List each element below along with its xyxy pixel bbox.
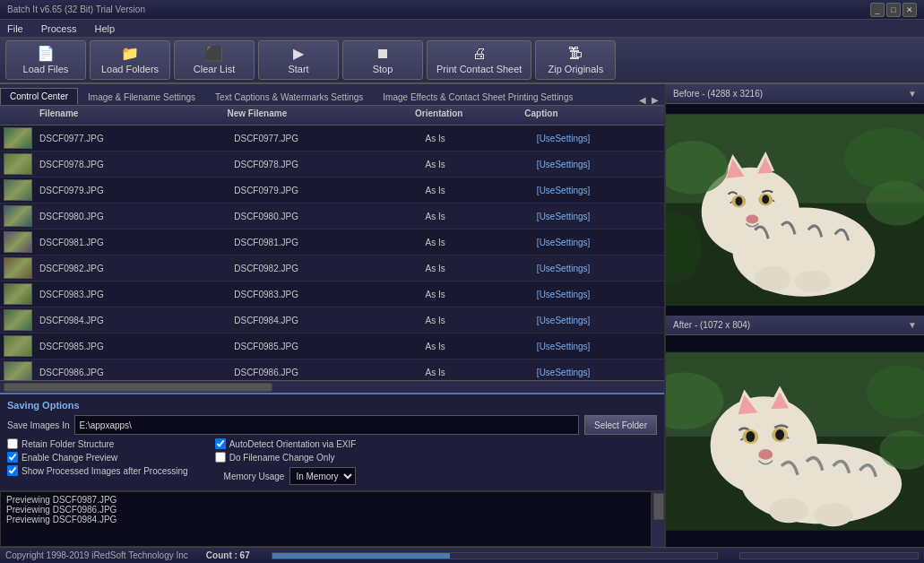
tab-control-center[interactable]: Control Center bbox=[0, 88, 78, 105]
cell-thumb bbox=[0, 282, 36, 307]
cell-caption: [UseSettings] bbox=[537, 316, 664, 325]
cell-orientation: As Is bbox=[425, 264, 536, 273]
autodetect-label: AutoDetect Orientation via EXIF bbox=[229, 439, 357, 449]
thumbnail bbox=[4, 205, 32, 227]
close-button[interactable]: ✕ bbox=[902, 3, 917, 17]
memory-usage-row: Memory Usage In Memory On Disk Auto bbox=[215, 467, 357, 485]
cell-thumb bbox=[0, 178, 36, 203]
cell-caption: [UseSettings] bbox=[537, 186, 664, 195]
file-list-header: Filename New Filename Orientation Captio… bbox=[0, 106, 664, 126]
zip-icon: 🗜 bbox=[568, 47, 583, 61]
cell-orientation: As Is bbox=[425, 160, 536, 169]
thumbnail bbox=[4, 153, 32, 175]
cell-orientation: As Is bbox=[425, 342, 536, 351]
file-row[interactable]: DSCF0983.JPG DSCF0983.JPG As Is [UseSett… bbox=[0, 282, 664, 307]
log-scroll-thumb[interactable] bbox=[653, 493, 664, 520]
print-contact-button[interactable]: 🖨 Print Contact Sheet bbox=[427, 40, 531, 80]
cell-newname: DSCF0986.JPG bbox=[234, 368, 425, 377]
retain-folder-checkbox[interactable]: Retain Folder Structure bbox=[7, 438, 188, 449]
copyright-text: Copyright 1998-2019 iRedSoft Technology … bbox=[5, 550, 188, 560]
load-files-button[interactable]: 📄 Load Files bbox=[5, 40, 86, 80]
stop-icon: ⏹ bbox=[376, 47, 390, 61]
cell-filename: DSCF0983.JPG bbox=[36, 290, 234, 299]
after-preview-arrow[interactable]: ▼ bbox=[908, 320, 917, 330]
after-preview-title: After - (1072 x 804) bbox=[673, 320, 750, 330]
show-processed-checkbox[interactable]: Show Processed Images after Processing bbox=[7, 465, 188, 476]
cell-filename: DSCF0980.JPG bbox=[36, 212, 234, 221]
file-row[interactable]: DSCF0977.JPG DSCF0977.JPG As Is [UseSett… bbox=[0, 126, 664, 152]
left-panel: Control Center Image & Filename Settings… bbox=[0, 84, 664, 547]
col-newname-header[interactable]: New Filename bbox=[228, 108, 416, 122]
horizontal-scrollbar[interactable] bbox=[0, 380, 664, 393]
menu-file[interactable]: File bbox=[4, 23, 27, 34]
enable-preview-checkbox[interactable]: Enable Change Preview bbox=[7, 452, 188, 463]
enable-preview-input[interactable] bbox=[7, 452, 18, 463]
col-filename-header[interactable]: Filename bbox=[36, 108, 228, 122]
tab-image-effects[interactable]: Image Effects & Contact Sheet Printing S… bbox=[373, 89, 583, 105]
save-images-in-label: Save Images In bbox=[7, 420, 69, 430]
cell-thumb bbox=[0, 126, 36, 151]
thumbnail bbox=[4, 179, 32, 201]
menu-process[interactable]: Process bbox=[38, 23, 81, 34]
tab-next-arrow[interactable]: ▶ bbox=[650, 95, 661, 105]
log-message: Previewing DSCF0986.JPG bbox=[6, 505, 645, 515]
retain-folder-input[interactable] bbox=[7, 438, 18, 449]
cell-filename: DSCF0981.JPG bbox=[36, 238, 234, 247]
tab-image-filename[interactable]: Image & Filename Settings bbox=[78, 89, 205, 105]
load-folders-button[interactable]: 📁 Load Folders bbox=[90, 40, 170, 80]
load-files-label: Load Files bbox=[23, 64, 69, 74]
file-row[interactable]: DSCF0982.JPG DSCF0982.JPG As Is [UseSett… bbox=[0, 256, 664, 282]
file-row[interactable]: DSCF0986.JPG DSCF0986.JPG As Is [UseSett… bbox=[0, 359, 664, 380]
menu-help[interactable]: Help bbox=[91, 23, 118, 34]
memory-usage-select[interactable]: In Memory On Disk Auto bbox=[289, 467, 356, 485]
col-orient-header[interactable]: Orientation bbox=[415, 108, 524, 122]
stop-button[interactable]: ⏹ Stop bbox=[342, 40, 423, 80]
filename-only-checkbox[interactable]: Do Filename Change Only bbox=[215, 452, 357, 463]
clear-list-button[interactable]: ⬛ Clear List bbox=[174, 40, 255, 80]
zip-originals-button[interactable]: 🗜 Zip Originals bbox=[535, 40, 616, 80]
cell-newname: DSCF0980.JPG bbox=[234, 212, 425, 221]
log-message: Previewing DSCF0987.JPG bbox=[6, 495, 645, 505]
before-preview-arrow[interactable]: ▼ bbox=[908, 89, 917, 99]
thumbnail bbox=[4, 361, 32, 380]
cell-newname: DSCF0979.JPG bbox=[234, 186, 425, 195]
col-caption-header[interactable]: Caption bbox=[524, 108, 650, 122]
cell-caption: [UseSettings] bbox=[537, 264, 664, 273]
log-scrollbar[interactable] bbox=[652, 491, 664, 547]
before-tiger-svg bbox=[666, 104, 924, 316]
autodetect-input[interactable] bbox=[215, 438, 226, 449]
file-row[interactable]: DSCF0978.JPG DSCF0978.JPG As Is [UseSett… bbox=[0, 152, 664, 178]
hscroll-thumb[interactable] bbox=[4, 383, 272, 392]
minimize-button[interactable]: _ bbox=[870, 3, 885, 17]
cell-thumb bbox=[0, 230, 36, 255]
before-preview-header: Before - (4288 x 3216) ▼ bbox=[666, 84, 924, 104]
file-row[interactable]: DSCF0980.JPG DSCF0980.JPG As Is [UseSett… bbox=[0, 204, 664, 230]
autodetect-checkbox[interactable]: AutoDetect Orientation via EXIF bbox=[215, 438, 357, 449]
file-row[interactable]: DSCF0981.JPG DSCF0981.JPG As Is [UseSett… bbox=[0, 230, 664, 256]
start-button[interactable]: ▶ Start bbox=[258, 40, 339, 80]
count-text: Count : 67 bbox=[206, 550, 250, 560]
cell-filename: DSCF0977.JPG bbox=[36, 134, 234, 143]
thumbnail bbox=[4, 283, 32, 305]
after-tiger-svg bbox=[666, 335, 924, 547]
filename-only-input[interactable] bbox=[215, 452, 226, 463]
maximize-button[interactable]: □ bbox=[886, 3, 901, 17]
after-preview-section: After - (1072 x 804) ▼ bbox=[666, 316, 924, 547]
log-message: Previewing DSCF0984.JPG bbox=[6, 515, 645, 524]
file-row[interactable]: DSCF0984.JPG DSCF0984.JPG As Is [UseSett… bbox=[0, 307, 664, 333]
file-row[interactable]: DSCF0979.JPG DSCF0979.JPG As Is [UseSett… bbox=[0, 178, 664, 204]
file-list-body[interactable]: DSCF0977.JPG DSCF0977.JPG As Is [UseSett… bbox=[0, 126, 664, 380]
save-path-input[interactable] bbox=[74, 415, 579, 435]
select-folder-button[interactable]: Select Folder bbox=[584, 415, 657, 435]
show-processed-input[interactable] bbox=[7, 465, 18, 476]
cell-thumb bbox=[0, 359, 36, 380]
svg-point-13 bbox=[755, 266, 790, 291]
progress-bar bbox=[272, 552, 718, 559]
cell-caption: [UseSettings] bbox=[537, 134, 664, 143]
col-scroll-header bbox=[650, 108, 664, 122]
save-path-row: Save Images In Select Folder bbox=[7, 415, 657, 435]
tab-prev-arrow[interactable]: ◀ bbox=[637, 95, 648, 105]
tab-text-captions[interactable]: Text Captions & Watermarks Settings bbox=[205, 89, 373, 105]
file-row[interactable]: DSCF0985.JPG DSCF0985.JPG As Is [UseSett… bbox=[0, 333, 664, 359]
cell-newname: DSCF0981.JPG bbox=[234, 238, 425, 247]
